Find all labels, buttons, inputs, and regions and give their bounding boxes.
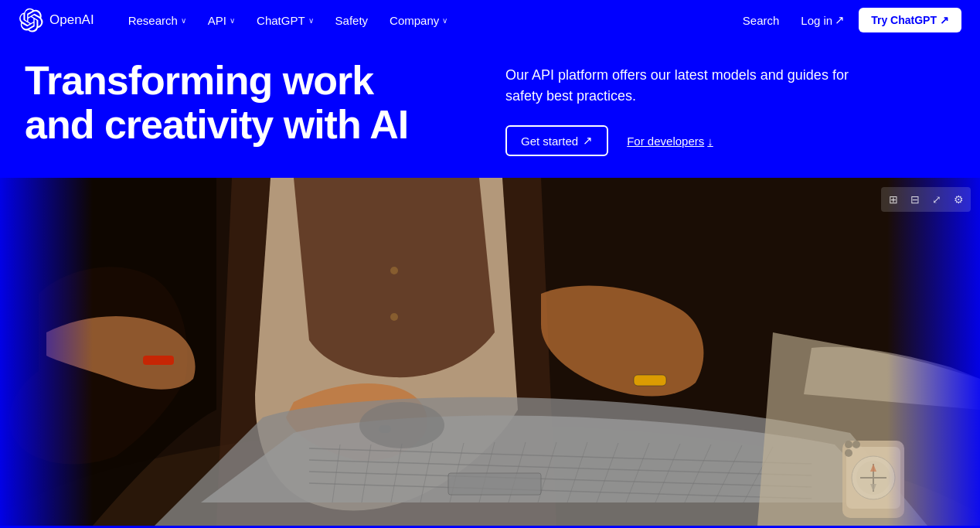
svg-point-4 <box>390 313 398 321</box>
columns-view-icon[interactable]: ⊟ <box>905 189 925 209</box>
nav-right: Search Log in ↗ Try ChatGPT ↗ <box>735 8 961 32</box>
login-button[interactable]: Log in ↗ <box>793 9 852 32</box>
company-chevron-icon: ∨ <box>442 16 447 25</box>
nav-link-company[interactable]: Company ∨ <box>380 9 457 32</box>
research-chevron-icon: ∨ <box>181 16 186 25</box>
try-chatgpt-button[interactable]: Try ChatGPT ↗ <box>859 8 961 32</box>
try-chatgpt-arrow-icon: ↗ <box>940 14 949 26</box>
hero-left: Transforming work and creativity with AI <box>25 59 475 147</box>
get-started-button[interactable]: Get started ↗ <box>505 125 608 156</box>
hero-image <box>0 178 980 526</box>
expand-view-icon[interactable]: ⤢ <box>927 189 947 209</box>
svg-point-3 <box>390 267 398 274</box>
nav-link-company-label: Company <box>390 14 439 27</box>
nav-link-safety-label: Safety <box>335 14 369 27</box>
svg-rect-42 <box>887 178 980 526</box>
nav-link-chatgpt[interactable]: ChatGPT ∨ <box>247 9 323 32</box>
api-chevron-icon: ∨ <box>230 16 235 25</box>
hero-right: Our API platform offers our latest model… <box>505 59 955 156</box>
image-toolbar: ⊞ ⊟ ⤢ ⚙ <box>881 187 971 212</box>
get-started-arrow-icon: ↗ <box>583 134 593 148</box>
settings-icon[interactable]: ⚙ <box>948 189 968 209</box>
navigation: OpenAI Research ∨ API ∨ ChatGPT ∨ Safety… <box>0 0 980 40</box>
nav-link-chatgpt-label: ChatGPT <box>257 14 305 27</box>
logo-text: OpenAI <box>49 12 94 28</box>
hero-title: Transforming work and creativity with AI <box>25 59 427 147</box>
nav-link-safety[interactable]: Safety <box>326 9 378 32</box>
get-started-label: Get started <box>521 135 578 148</box>
hero-buttons: Get started ↗ For developers ↓ <box>505 125 955 156</box>
nav-link-research[interactable]: Research ∨ <box>119 9 196 32</box>
login-label: Log in <box>801 14 832 27</box>
scene-illustration <box>0 178 980 526</box>
chatgpt-chevron-icon: ∨ <box>308 16 314 25</box>
svg-rect-41 <box>0 178 93 526</box>
svg-point-28 <box>359 402 444 448</box>
hero-description: Our API platform offers our latest model… <box>505 65 876 107</box>
grid-view-icon[interactable]: ⊞ <box>883 189 903 209</box>
logo[interactable]: OpenAI <box>19 8 94 32</box>
nav-links: Research ∨ API ∨ ChatGPT ∨ Safety Compan… <box>119 9 735 32</box>
nav-link-research-label: Research <box>128 14 178 27</box>
nav-link-api-label: API <box>208 14 226 27</box>
svg-rect-27 <box>448 473 541 495</box>
svg-rect-2 <box>143 356 174 365</box>
hero-image-section: ⊞ ⊟ ⤢ ⚙ <box>0 178 980 526</box>
for-developers-label: For developers <box>627 135 704 148</box>
nav-link-api[interactable]: API ∨ <box>199 9 244 32</box>
hero-section: Transforming work and creativity with AI… <box>0 40 980 178</box>
search-button[interactable]: Search <box>735 9 788 32</box>
for-developers-arrow-icon: ↓ <box>707 135 713 148</box>
login-arrow-icon: ↗ <box>835 13 845 27</box>
svg-rect-6 <box>634 375 666 386</box>
for-developers-button[interactable]: For developers ↓ <box>627 135 713 148</box>
try-chatgpt-label: Try ChatGPT <box>871 14 937 26</box>
